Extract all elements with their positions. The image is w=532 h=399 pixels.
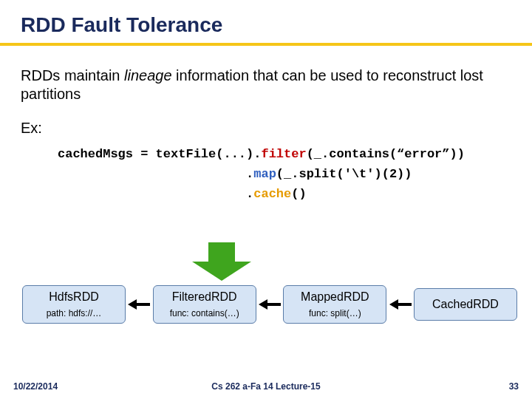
arrow-left-icon [128,299,150,310]
code-l2c: (_.split('\t')(2)) [276,167,412,181]
rdd-name: FilteredRDD [157,290,253,304]
footer: 10/22/2014 Cs 262 a-Fa 14 Lecture-15 33 [0,381,532,392]
arrow-down-icon [192,242,251,281]
lineage-diagram: HdfsRDD path: hdfs://… FilteredRDD func:… [22,285,517,324]
code-kw-cache: cache [253,187,291,201]
slide-title: RDD Fault Tolerance [21,13,511,37]
rdd-box-filtered: FilteredRDD func: contains(…) [153,285,256,324]
rdd-name: MappedRDD [287,290,383,304]
body-paragraph: RDDs maintain lineage information that c… [21,66,511,103]
arrow-left-icon [259,299,281,310]
code-l1a: cachedMsgs = textFile(...). [58,147,261,161]
rdd-sub: func: split(…) [287,308,383,318]
rdd-box-hdfs: HdfsRDD path: hdfs://… [22,285,126,324]
code-l2a: . [58,167,253,181]
rdd-name: CachedRDD [417,298,514,311]
code-l1c: (_.contains(“error”)) [307,147,465,161]
code-kw-filter: filter [261,147,306,161]
code-l3a: . [58,187,253,201]
rdd-box-mapped: MappedRDD func: split(…) [283,285,386,324]
code-block: cachedMsgs = textFile(...).filter(_.cont… [21,144,511,205]
rdd-sub: path: hdfs://… [26,308,122,318]
code-kw-map: map [253,167,276,181]
rdd-sub: func: contains(…) [157,308,253,318]
example-label: Ex: [21,120,511,137]
code-l3c: () [291,187,306,201]
rdd-name: HdfsRDD [26,290,122,304]
footer-center: Cs 262 a-Fa 14 Lecture-15 [0,381,532,392]
body-lineage-word: lineage [124,67,172,83]
rdd-box-cached: CachedRDD [414,288,517,321]
arrow-left-icon [389,299,412,310]
slide: RDD Fault Tolerance RDDs maintain lineag… [0,0,532,399]
title-rule [0,43,532,46]
body-pre: RDDs maintain [21,67,124,83]
